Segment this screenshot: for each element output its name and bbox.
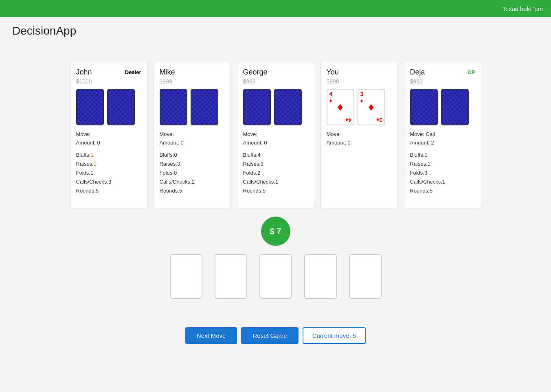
community-card-4 xyxy=(304,254,337,299)
player-money: $998 xyxy=(243,78,308,85)
player-stats: Bluffs: 1 Raises: 1 Folds: 3 Calls/Check… xyxy=(410,151,475,195)
card2-rank-bottom: 3♦ xyxy=(376,117,382,123)
card1-suit-large: ♦ xyxy=(337,101,343,114)
player-name: John xyxy=(76,68,92,77)
next-move-button[interactable]: Next Move xyxy=(185,327,237,344)
card2-suit-large: ♦ xyxy=(368,101,374,114)
folds-line: Folds: 1 xyxy=(76,169,141,177)
player-stats: Bluffs: 1 Raises: 1 Folds: 1 Calls/Check… xyxy=(76,151,141,195)
community-cards-row xyxy=(12,254,539,299)
calls-line: Calls/Checks: 2 xyxy=(160,177,225,186)
player-money: $1000 xyxy=(76,78,141,85)
player-header: Deja CP xyxy=(410,68,475,77)
community-card-1 xyxy=(170,254,202,299)
card1-rank-bottom: 4♦ xyxy=(345,117,351,123)
rounds-line: Rounds: 5 xyxy=(243,186,308,195)
player-card-deja: Deja CP $998 Move: Call Amount: 2 Bluffs… xyxy=(404,62,481,208)
player-name: Mike xyxy=(160,68,175,77)
player-money: $998 xyxy=(327,78,392,85)
cards-row: 4♦ ♦ 4♦ 3♦ ♦ 3♦ xyxy=(327,89,392,125)
player-header: You xyxy=(327,68,392,77)
player-card-george: George $998 Move: Amount: 0 Bluffs: 4 Ra… xyxy=(237,62,314,208)
card-back-2 xyxy=(274,89,302,125)
player-card-mike: Mike $999 Move: Amount: 0 Bluffs: 0 Rais… xyxy=(154,62,231,208)
top-bar: Texas hold 'em xyxy=(0,0,551,17)
rounds-line: Rounds: 5 xyxy=(160,186,225,195)
player-move: Move: Call Amount: 2 xyxy=(410,130,475,147)
app-title: DecisionApp xyxy=(0,17,551,42)
player-move: Move: Amount: 0 xyxy=(327,130,392,147)
rounds-line: Rounds: 5 xyxy=(76,186,141,195)
player-money: $999 xyxy=(160,78,225,85)
dealer-badge: Dealer xyxy=(125,69,141,75)
player-stats: Bluffs: 4 Raises: 3 Folds: 2 Calls/Check… xyxy=(243,151,308,195)
card2-rank: 3♦ xyxy=(360,91,364,104)
card-back-1 xyxy=(243,89,271,125)
players-row: John Dealer $1000 Move: Amount: 0 Bluffs… xyxy=(12,62,539,208)
community-card-3 xyxy=(259,254,292,299)
calls-line: Calls/Checks: 1 xyxy=(243,177,308,186)
card1-rank: 4♦ xyxy=(329,91,333,104)
player-name: Deja xyxy=(410,68,425,77)
bottom-bar: Next Move Reset Game Current move: 5 xyxy=(0,319,551,352)
cards-row xyxy=(410,89,475,125)
calls-line: Calls/Checks: 1 xyxy=(410,177,475,186)
card-back-1 xyxy=(410,89,438,125)
card-face-1: 4♦ ♦ 4♦ xyxy=(327,89,354,125)
player-header: George xyxy=(243,68,308,77)
card-back-2 xyxy=(191,89,218,125)
bluffs-line: Bluffs: 1 xyxy=(76,151,141,160)
pot-amount: $ 7 xyxy=(261,217,290,246)
cards-row xyxy=(243,89,308,125)
pot-area: $ 7 xyxy=(12,217,539,246)
raises-line: Raises: 3 xyxy=(160,160,225,169)
card-back-1 xyxy=(160,89,187,125)
player-name: You xyxy=(327,68,339,77)
card-back-2 xyxy=(107,89,135,125)
player-money: $998 xyxy=(410,78,475,85)
main-content: John Dealer $1000 Move: Amount: 0 Bluffs… xyxy=(0,42,551,319)
calls-line: Calls/Checks: 3 xyxy=(76,177,141,186)
player-card-you: You $998 4♦ ♦ 4♦ 3♦ ♦ 3♦ Move: Amount: 0 xyxy=(321,62,398,208)
card-back-2 xyxy=(441,89,469,125)
community-card-5 xyxy=(349,254,382,299)
raises-line: Raises: 1 xyxy=(76,160,141,169)
player-header: John Dealer xyxy=(76,68,141,77)
cards-row xyxy=(160,89,225,125)
card-face-2: 3♦ ♦ 3♦ xyxy=(358,89,385,125)
player-header: Mike xyxy=(160,68,225,77)
folds-line: Folds: 0 xyxy=(160,169,225,177)
raises-line: Raises: 1 xyxy=(410,160,475,169)
card-back-1 xyxy=(76,89,104,125)
player-stats: Bluffs: 0 Raises: 3 Folds: 0 Calls/Check… xyxy=(160,151,225,195)
bluffs-line: Bluffs: 1 xyxy=(410,151,475,160)
player-move: Move: Amount: 0 xyxy=(160,130,225,147)
bluffs-line: Bluffs: 0 xyxy=(160,151,225,160)
game-title: Texas hold 'em xyxy=(502,5,543,12)
player-card-john: John Dealer $1000 Move: Amount: 0 Bluffs… xyxy=(70,62,147,208)
bluffs-line: Bluffs: 4 xyxy=(243,151,308,160)
folds-line: Folds: 2 xyxy=(243,169,308,177)
reset-game-button[interactable]: Reset Game xyxy=(241,327,298,344)
player-move: Move: Amount: 0 xyxy=(243,130,308,147)
cards-row xyxy=(76,89,141,125)
player-move: Move: Amount: 0 xyxy=(76,130,141,147)
rounds-line: Rounds: 5 xyxy=(410,186,475,195)
raises-line: Raises: 3 xyxy=(243,160,308,169)
cp-badge: CP xyxy=(468,69,475,75)
folds-line: Folds: 3 xyxy=(410,169,475,177)
player-name: George xyxy=(243,68,268,77)
community-card-2 xyxy=(215,254,247,299)
current-move-button[interactable]: Current move: 5 xyxy=(303,327,366,344)
